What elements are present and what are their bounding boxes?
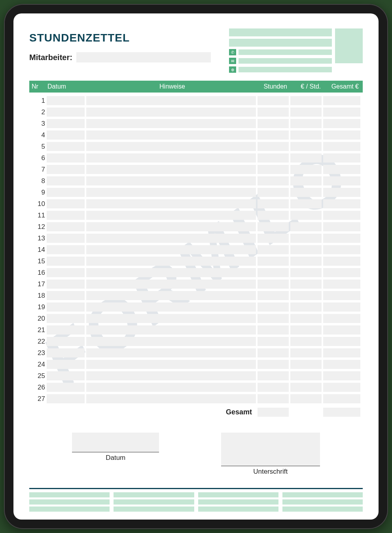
hinweise-input[interactable] — [86, 371, 256, 380]
datum-input[interactable] — [47, 268, 85, 277]
gesamt-input[interactable] — [323, 222, 360, 231]
rate-input[interactable] — [290, 257, 322, 266]
stunden-input[interactable] — [258, 165, 289, 174]
signature-box[interactable] — [221, 433, 320, 466]
stunden-input[interactable] — [258, 222, 289, 231]
hinweise-input[interactable] — [86, 268, 256, 277]
hinweise-input[interactable] — [86, 188, 256, 197]
footer-field[interactable] — [282, 492, 363, 497]
stunden-input[interactable] — [258, 291, 289, 300]
footer-field[interactable] — [114, 499, 194, 505]
stunden-input[interactable] — [258, 119, 289, 128]
footer-field[interactable] — [282, 507, 363, 512]
footer-field[interactable] — [114, 507, 194, 512]
date-signature-box[interactable] — [72, 433, 159, 452]
gesamt-input[interactable] — [323, 142, 360, 151]
rate-input[interactable] — [290, 211, 322, 220]
rate-input[interactable] — [290, 142, 322, 151]
hinweise-input[interactable] — [86, 119, 256, 128]
gesamt-input[interactable] — [323, 153, 360, 163]
datum-input[interactable] — [47, 302, 85, 312]
datum-input[interactable] — [47, 383, 85, 392]
rate-input[interactable] — [290, 371, 322, 380]
rate-input[interactable] — [290, 119, 322, 128]
datum-input[interactable] — [47, 291, 85, 300]
rate-input[interactable] — [290, 302, 322, 312]
total-gesamt-input[interactable] — [323, 408, 360, 417]
stunden-input[interactable] — [258, 348, 289, 357]
hinweise-input[interactable] — [86, 280, 256, 289]
gesamt-input[interactable] — [323, 280, 360, 289]
rate-input[interactable] — [290, 245, 322, 254]
datum-input[interactable] — [47, 119, 85, 128]
datum-input[interactable] — [47, 325, 85, 335]
stunden-input[interactable] — [258, 153, 289, 163]
rate-input[interactable] — [290, 176, 322, 185]
stunden-input[interactable] — [258, 245, 289, 254]
gesamt-input[interactable] — [323, 119, 360, 128]
hinweise-input[interactable] — [86, 130, 256, 140]
rate-input[interactable] — [290, 314, 322, 323]
stunden-input[interactable] — [258, 257, 289, 266]
datum-input[interactable] — [47, 199, 85, 208]
footer-field[interactable] — [198, 499, 278, 505]
rate-input[interactable] — [290, 199, 322, 208]
datum-input[interactable] — [47, 394, 85, 403]
footer-field[interactable] — [29, 499, 110, 505]
logo-placeholder[interactable] — [335, 28, 363, 63]
company-web-field[interactable] — [239, 67, 332, 72]
gesamt-input[interactable] — [323, 108, 360, 117]
company-name-field[interactable] — [229, 28, 332, 36]
hinweise-input[interactable] — [86, 314, 256, 323]
rate-input[interactable] — [290, 153, 322, 163]
hinweise-input[interactable] — [86, 291, 256, 300]
stunden-input[interactable] — [258, 360, 289, 369]
footer-field[interactable] — [29, 507, 110, 512]
datum-input[interactable] — [47, 234, 85, 243]
datum-input[interactable] — [47, 176, 85, 185]
datum-input[interactable] — [47, 314, 85, 323]
footer-field[interactable] — [198, 507, 278, 512]
footer-field[interactable] — [114, 492, 194, 497]
gesamt-input[interactable] — [323, 188, 360, 197]
hinweise-input[interactable] — [86, 211, 256, 220]
gesamt-input[interactable] — [323, 314, 360, 323]
gesamt-input[interactable] — [323, 96, 360, 105]
gesamt-input[interactable] — [323, 348, 360, 357]
rate-input[interactable] — [290, 108, 322, 117]
hinweise-input[interactable] — [86, 176, 256, 185]
hinweise-input[interactable] — [86, 222, 256, 231]
gesamt-input[interactable] — [323, 165, 360, 174]
stunden-input[interactable] — [258, 108, 289, 117]
datum-input[interactable] — [47, 337, 85, 346]
rate-input[interactable] — [290, 291, 322, 300]
hinweise-input[interactable] — [86, 257, 256, 266]
gesamt-input[interactable] — [323, 211, 360, 220]
stunden-input[interactable] — [258, 371, 289, 380]
datum-input[interactable] — [47, 280, 85, 289]
hinweise-input[interactable] — [86, 199, 256, 208]
gesamt-input[interactable] — [323, 176, 360, 185]
datum-input[interactable] — [47, 348, 85, 357]
stunden-input[interactable] — [258, 268, 289, 277]
rate-input[interactable] — [290, 394, 322, 403]
datum-input[interactable] — [47, 257, 85, 266]
footer-field[interactable] — [282, 499, 363, 505]
hinweise-input[interactable] — [86, 360, 256, 369]
rate-input[interactable] — [290, 360, 322, 369]
stunden-input[interactable] — [258, 211, 289, 220]
gesamt-input[interactable] — [323, 199, 360, 208]
datum-input[interactable] — [47, 245, 85, 254]
gesamt-input[interactable] — [323, 268, 360, 277]
stunden-input[interactable] — [258, 302, 289, 312]
hinweise-input[interactable] — [86, 165, 256, 174]
gesamt-input[interactable] — [323, 360, 360, 369]
footer-field[interactable] — [198, 492, 278, 497]
stunden-input[interactable] — [258, 383, 289, 392]
hinweise-input[interactable] — [86, 325, 256, 335]
gesamt-input[interactable] — [323, 257, 360, 266]
stunden-input[interactable] — [258, 142, 289, 151]
stunden-input[interactable] — [258, 337, 289, 346]
hinweise-input[interactable] — [86, 394, 256, 403]
rate-input[interactable] — [290, 268, 322, 277]
